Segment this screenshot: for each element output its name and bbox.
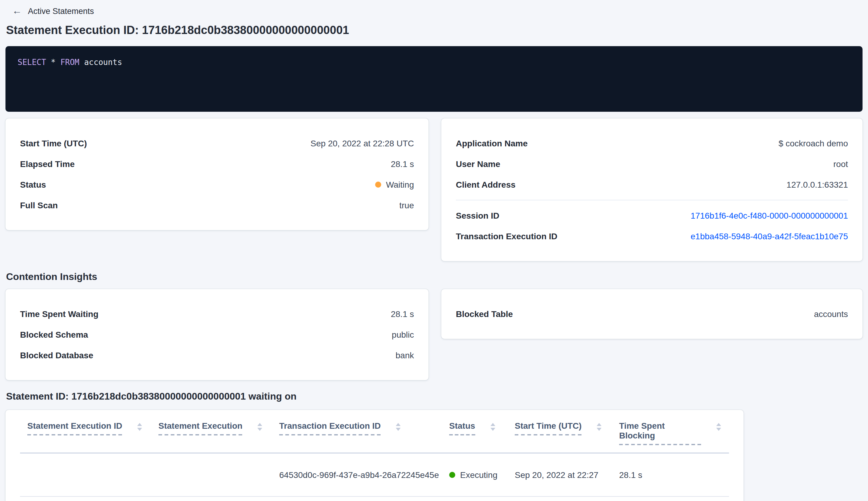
info-row-time-spent-waiting: Time Spent Waiting 28.1 s [20, 303, 414, 324]
sql-star: * [51, 58, 56, 67]
info-row-status: Status Waiting [20, 174, 414, 195]
session-id-link[interactable]: 1716b1f6-4e0c-f480-0000-000000000001 [691, 211, 848, 221]
table-row: 64530d0c-969f-437e-a9b4-26a72245e45e Exe… [6, 454, 744, 496]
info-row-session-id: Session ID 1716b1f6-4e0c-f480-0000-00000… [456, 205, 848, 226]
cell-transaction-execution-id: 64530d0c-969f-437e-a9b4-26a72245e45e [279, 470, 449, 480]
sql-table-name: accounts [84, 58, 122, 67]
info-row-elapsed-time: Elapsed Time 28.1 s [20, 154, 414, 174]
back-arrow-icon: ← [12, 6, 22, 16]
info-value: bank [395, 350, 414, 360]
info-row-blocked-schema: Blocked Schema public [20, 324, 414, 345]
column-header-status[interactable]: Status [449, 421, 515, 445]
info-value: root [833, 159, 848, 169]
info-row-application-name: Application Name $ cockroach demo [456, 133, 848, 154]
info-value: $ cockroach demo [779, 138, 848, 148]
column-header-transaction-execution-id[interactable]: Transaction Execution ID [279, 421, 449, 445]
info-label: Application Name [456, 138, 528, 148]
column-header-label: Status [449, 421, 475, 435]
sort-icon [137, 423, 143, 431]
sql-keyword: SELECT [18, 58, 46, 67]
info-label: Start Time (UTC) [20, 138, 87, 148]
status-text: Waiting [386, 180, 414, 190]
sort-icon [395, 423, 402, 431]
table-footer-spacer [6, 497, 744, 501]
sort-icon [596, 423, 602, 431]
contention-insights-heading: Contention Insights [6, 271, 862, 283]
back-link-label: Active Statements [28, 7, 94, 15]
info-value: 127.0.0.1:63321 [786, 180, 848, 190]
column-header-statement-execution-id[interactable]: Statement Execution ID [27, 421, 159, 445]
contention-details-card: Time Spent Waiting 28.1 s Blocked Schema… [6, 289, 428, 380]
sort-icon [490, 423, 496, 431]
column-header-label: Statement Execution [159, 421, 242, 435]
cell-status: Executing [449, 470, 515, 480]
statement-details-page: ← Active Statements Statement Execution … [0, 0, 868, 501]
column-header-label: Start Time (UTC) [515, 421, 582, 435]
column-header-label: Time Spent Blocking [619, 421, 701, 445]
info-label: Session ID [456, 211, 499, 221]
info-label: User Name [456, 159, 500, 169]
info-row-user-name: User Name root [456, 154, 848, 174]
info-label: Elapsed Time [20, 159, 75, 169]
column-header-label: Transaction Execution ID [279, 421, 381, 435]
info-label: Full Scan [20, 200, 58, 210]
status-waiting-dot-icon [375, 182, 381, 188]
info-value: 28.1 s [391, 309, 414, 319]
blocked-table-card: Blocked Table accounts [441, 289, 862, 339]
cell-start-time: Sep 20, 2022 at 22:27 [515, 470, 619, 480]
info-row-transaction-execution-id: Transaction Execution ID e1bba458-5948-4… [456, 226, 848, 247]
status-text: Executing [460, 470, 497, 480]
info-label: Status [20, 180, 46, 190]
session-summary-card: Application Name $ cockroach demo User N… [441, 118, 862, 261]
info-label: Time Spent Waiting [20, 309, 98, 319]
column-header-start-time[interactable]: Start Time (UTC) [515, 421, 619, 445]
transaction-execution-id-link[interactable]: e1bba458-5948-40a9-a42f-5feac1b10e75 [691, 231, 848, 241]
info-value: public [392, 330, 414, 340]
sort-icon [257, 423, 263, 431]
info-label: Blocked Schema [20, 330, 88, 340]
column-header-time-spent-blocking[interactable]: Time Spent Blocking [619, 421, 722, 445]
card-divider [456, 200, 848, 200]
cell-time-spent-blocking: 28.1 s [619, 470, 722, 480]
sort-icon [716, 423, 722, 431]
back-to-active-statements-link[interactable]: ← Active Statements [6, 6, 94, 17]
waiting-statements-table: Statement Execution ID Statement Executi… [6, 410, 744, 501]
column-header-statement-execution[interactable]: Statement Execution [159, 421, 279, 445]
info-label: Client Address [456, 180, 516, 190]
status-badge: Waiting [375, 180, 414, 190]
info-row-full-scan: Full Scan true [20, 195, 414, 216]
waiting-on-heading: Statement ID: 1716b218dc0b38380000000000… [6, 391, 862, 403]
page-title: Statement Execution ID: 1716b218dc0b3838… [6, 22, 862, 38]
info-value: Sep 20, 2022 at 22:28 UTC [311, 138, 414, 148]
table-header-row: Statement Execution ID Statement Executi… [6, 410, 744, 445]
column-header-label: Statement Execution ID [27, 421, 122, 435]
info-row-client-address: Client Address 127.0.0.1:63321 [456, 174, 848, 195]
status-executing-dot-icon [449, 472, 455, 478]
info-row-blocked-table: Blocked Table accounts [456, 303, 848, 324]
info-row-blocked-database: Blocked Database bank [20, 345, 414, 365]
info-row-start-time: Start Time (UTC) Sep 20, 2022 at 22:28 U… [20, 133, 414, 154]
info-value: true [399, 200, 414, 210]
execution-summary-card: Start Time (UTC) Sep 20, 2022 at 22:28 U… [6, 118, 428, 230]
sql-keyword: FROM [61, 58, 79, 67]
info-label: Transaction Execution ID [456, 231, 557, 241]
info-label: Blocked Database [20, 350, 93, 360]
info-value: accounts [814, 309, 848, 319]
sql-statement-box: SELECT * FROM accounts [6, 46, 862, 112]
info-value: 28.1 s [391, 159, 414, 169]
info-label: Blocked Table [456, 309, 513, 319]
